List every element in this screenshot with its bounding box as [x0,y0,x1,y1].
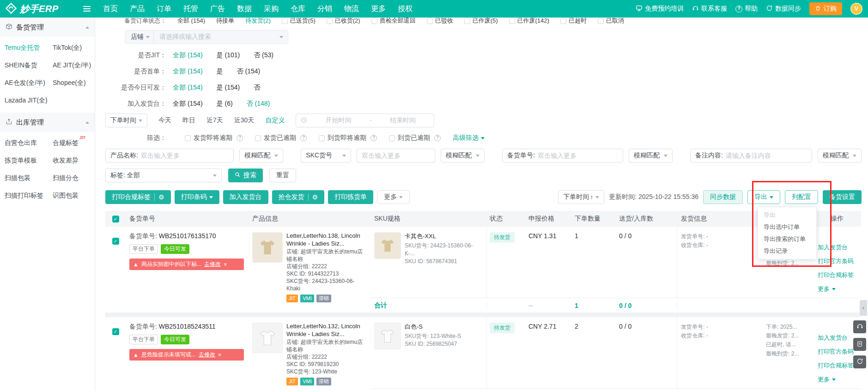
desk-option-all[interactable]: 全部 (154) [173,100,203,108]
print-barcode-button[interactable]: 打印条码 [175,190,219,204]
gear-icon[interactable]: ⚙ [312,194,318,200]
nav-item-data[interactable]: 数据 [231,0,258,18]
reset-button[interactable]: 重置 [269,168,296,182]
tag-select[interactable]: 标签: 全部 [105,168,222,182]
info-icon[interactable]: ? [370,135,377,141]
print-picklist-button[interactable]: 打印拣货单 [328,190,373,204]
time-type-select[interactable]: 下单时间 [105,114,147,127]
skc-match-select[interactable]: 模糊匹配 [441,149,485,162]
advanced-filter-link[interactable]: 高级筛选 [453,134,485,142]
nav-item-custody[interactable]: 托管 [177,0,204,18]
export-menu-item-export[interactable]: 导出 [758,209,816,221]
shop-type-select[interactable]: 店铺 [125,30,154,43]
export-menu-item-records[interactable]: 导出记录 [758,245,816,257]
shop-select[interactable]: 店铺 请选择或输入搜索 [125,30,288,44]
jit-option-no[interactable]: 否 (53) [254,51,273,60]
float-support-button[interactable] [853,320,866,333]
info-icon[interactable]: ? [237,135,243,141]
training-link[interactable]: 免费预约培训 [636,5,684,13]
order-no-input[interactable] [538,152,618,159]
add-to-desk-link[interactable]: 加入发货台 [818,243,848,252]
float-refresh-button[interactable] [853,355,866,368]
help-link[interactable]: ? 帮助 [735,5,758,13]
remark-input[interactable] [726,152,807,159]
product-match-select[interactable]: 模糊匹配 [239,149,283,162]
more-actions-button[interactable]: 更多 [377,190,410,204]
sidebar-section-outbound[interactable]: 出库管理 [0,113,95,132]
nav-item-more[interactable]: 更多 [365,0,392,18]
sidebar-item-scan-print[interactable]: 扫描打印标签 [5,186,53,204]
today-option-no[interactable]: 否 [254,84,260,92]
gear-icon[interactable]: ⚙ [158,194,164,200]
export-menu-item-selected[interactable]: 导出选中订单 [758,221,816,233]
app-logo[interactable]: 妙手ERP [6,3,83,15]
first-option-all[interactable]: 全部 (154) [173,67,203,76]
quick-30days[interactable]: 近30天 [234,116,255,125]
today-option-yes[interactable]: 是 (154) [217,84,240,92]
flag-ship-overdue[interactable]: 发货已逾期? [255,134,307,142]
data-sync-link[interactable]: 数据同步 [766,5,801,13]
column-config-button[interactable]: 列配置 [785,190,818,204]
quick-custom[interactable]: 自定义 [265,116,285,125]
date-range-picker[interactable]: 开始时间 - 结束时间 [296,114,434,127]
sidebar-item-self-outbound[interactable]: 自营仓出库 [5,134,53,151]
status-option-pending-ship[interactable]: 待发货(2) [245,18,271,25]
collapse-arrow-icon[interactable]: ‹ [860,300,867,316]
today-option-all[interactable]: 全部 (154) [173,84,203,92]
avatar[interactable]: V [850,3,862,15]
float-survey-button[interactable] [853,338,866,351]
sidebar-item-shein[interactable]: SHEIN备货 [5,56,53,74]
product-name-input[interactable] [141,152,229,159]
flag-arrive-overdue[interactable]: 到货已逾期? [389,134,441,142]
stock-settings-button[interactable]: 备货设置 [823,190,862,204]
row-more-link[interactable]: 更多 [818,375,836,384]
nav-item-authorize[interactable]: 授权 [392,0,419,18]
subscribe-button[interactable]: 订购 [809,2,842,15]
sidebar-section-stock[interactable]: 备货管理 [0,18,95,37]
fix-link[interactable]: 去修改 [204,260,221,268]
flag-ship-soon-overdue[interactable]: 发货即将逾期? [185,134,243,142]
nav-item-home[interactable]: 首页 [97,0,124,18]
quick-today[interactable]: 今天 [158,116,171,125]
sort-select[interactable]: 下单时间↑ [558,190,604,204]
desk-option-no[interactable]: 否 (148) [247,100,270,108]
print-official-barcode-link[interactable]: 打印官方条码 [818,348,854,356]
order-match-select[interactable]: 模糊匹配 [629,149,673,162]
row-checkbox[interactable]: ✓ [112,328,119,335]
export-button[interactable]: 导出 [747,190,780,204]
jit-option-all[interactable]: 全部 (154) [173,51,203,60]
select-all-checkbox[interactable]: ✓ [112,216,119,223]
status-option-timeout[interactable]: 已超时 [560,18,587,25]
contact-support-link[interactable]: 联系客服 [692,5,727,13]
sidebar-item-scan-pack[interactable]: 扫描包装 [5,169,53,186]
sync-data-button[interactable]: 同步数据 [703,190,743,204]
status-option-void-5[interactable]: 已作废(5) [464,18,498,25]
add-to-desk-button[interactable]: 加入发货台 [223,190,268,204]
product-image[interactable] [252,232,283,263]
sidebar-item-lazada[interactable]: Lazada JIT(全) [5,91,53,109]
print-compliance-label-link[interactable]: 打印合规标签 [818,361,854,370]
sidebar-item-scan-sort[interactable]: 扫描分仓 [53,169,95,186]
status-option-all[interactable]: 全部 (154) [177,18,205,25]
status-option-cancelled[interactable]: 已取消 [598,18,624,25]
sidebar-item-receive-diff[interactable]: 收发差异 [53,151,95,169]
info-icon[interactable]: ? [434,135,441,141]
first-option-no[interactable]: 否 (154) [237,67,261,76]
print-official-barcode-link[interactable]: 打印官方条码 [818,257,854,265]
nav-item-logistics[interactable]: 物流 [338,0,365,18]
export-menu-item-searched[interactable]: 导出搜索的订单 [758,233,816,245]
desk-option-yes[interactable]: 是 (6) [217,100,233,108]
search-button[interactable]: 搜索 [228,168,263,182]
status-option-qc-returned[interactable]: 质检全部退回 [371,18,416,25]
nav-item-product[interactable]: 产品 [124,0,151,18]
fix-link[interactable]: 去修改 [199,351,215,359]
print-compliance-button[interactable]: 打印合规标签 ⚙ [105,190,171,204]
grab-ship-button[interactable]: 抢仓发货 ⚙ [272,190,325,204]
sidebar-item-compliance-label[interactable]: 合规标签JIT [53,134,95,151]
sidebar-item-picklist-template[interactable]: 拣货单模板 [5,151,53,169]
skc-input[interactable] [362,152,430,159]
sidebar-item-tiktok[interactable]: TikTok(全) [53,39,95,56]
row-more-link[interactable]: 更多 [818,285,836,293]
close-icon[interactable]: × [224,261,227,268]
quick-7days[interactable]: 近7天 [206,116,223,125]
